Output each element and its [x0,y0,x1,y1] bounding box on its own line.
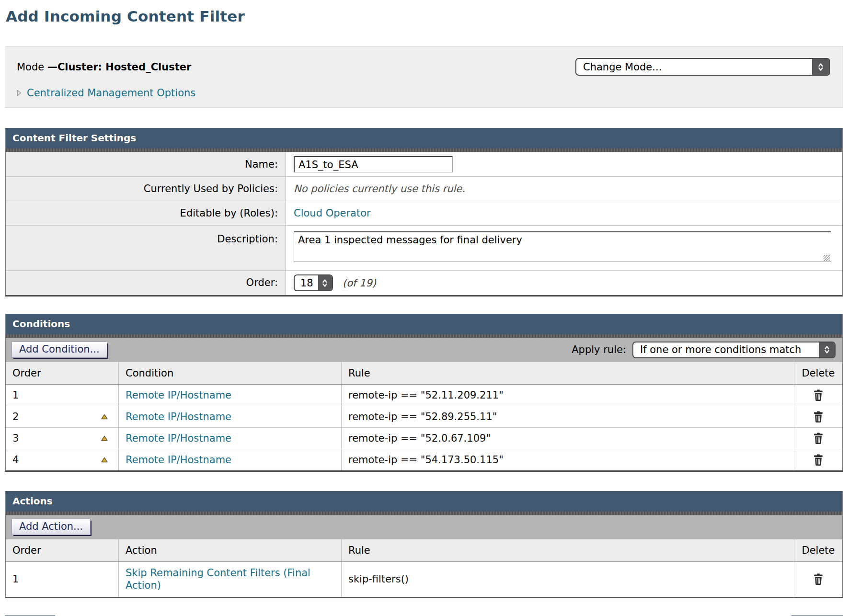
description-label: Description: [6,226,286,270]
disclosure-triangle-icon [17,90,22,96]
condition-rule-text: remote-ip == "52.11.209.211" [342,385,794,406]
actions-section-header: Actions [6,491,842,512]
action-row-order: 1 [6,562,119,597]
condition-row-order: 2 [6,406,119,428]
name-label: Name: [6,152,286,176]
condition-rule-text: remote-ip == "52.0.67.109" [342,428,794,449]
centralized-management-options-link[interactable]: Centralized Management Options [27,87,195,99]
order-total-text: (of 19) [343,277,376,289]
settings-row-name: Name: [6,152,842,176]
settings-row-editable: Editable by (Roles): Cloud Operator [6,201,842,225]
condition-rule-text: remote-ip == "54.173.50.115" [342,449,794,470]
texture-strip [6,334,842,338]
condition-order-number: 1 [12,389,19,401]
order-label: Order: [6,271,286,295]
trash-icon[interactable] [813,411,824,422]
trash-icon[interactable] [813,573,824,585]
apply-rule-label: Apply rule: [572,344,626,355]
updown-arrows-icon [318,275,332,290]
mode-panel: Mode —Cluster: Hosted_Cluster Change Mod… [5,46,843,108]
move-up-icon[interactable] [101,435,108,441]
conditions-toolbar: Add Condition... Apply rule: If one or m… [6,338,842,362]
trash-icon[interactable] [813,454,824,466]
condition-link[interactable]: Remote IP/Hostname [126,454,231,466]
action-order-number: 1 [12,573,19,585]
column-header-delete: Delete [794,539,842,562]
order-select[interactable]: 18 [294,274,333,291]
trash-icon[interactable] [813,389,824,401]
settings-row-policies: Currently Used by Policies: No policies … [6,176,842,201]
apply-rule-select[interactable]: If one or more conditions match [632,342,836,358]
column-header-order: Order [6,539,119,562]
policies-value: No policies currently use this rule. [294,183,465,194]
add-action-button[interactable]: Add Action... [11,519,91,535]
page-title: Add Incoming Content Filter [6,8,843,25]
condition-order-number: 2 [12,411,19,422]
page: Add Incoming Content Filter Mode —Cluste… [0,0,848,616]
condition-link[interactable]: Remote IP/Hostname [126,389,231,401]
policies-label: Currently Used by Policies: [6,177,286,201]
move-up-icon[interactable] [101,457,108,463]
settings-row-order: Order: 18 (of 19) [6,270,842,295]
condition-row-order: 4 [6,449,119,470]
actions-section: Actions Add Action... Order Action Rule … [5,491,843,598]
trash-icon[interactable] [813,433,824,444]
condition-order-number: 4 [12,454,19,466]
editable-label: Editable by (Roles): [6,201,286,225]
mode-label: Mode [17,61,47,73]
move-up-icon[interactable] [101,414,108,420]
column-header-order: Order [6,362,119,385]
column-header-rule: Rule [342,362,794,385]
updown-arrows-icon [819,342,835,357]
texture-strip [6,512,842,515]
conditions-section: Conditions Add Condition... Apply rule: … [5,314,843,472]
condition-link[interactable]: Remote IP/Hostname [126,411,231,422]
settings-section-header: Content Filter Settings [6,128,842,148]
change-mode-select[interactable]: Change Mode... [575,58,830,76]
condition-order-number: 3 [12,433,19,444]
conditions-table: Order Condition Rule Delete 1 Remote IP/… [6,362,842,470]
condition-row-order: 3 [6,428,119,449]
content-filter-settings-section: Content Filter Settings Name: Currently … [5,128,843,297]
editable-roles-link[interactable]: Cloud Operator [294,207,371,219]
column-header-rule: Rule [342,539,794,562]
condition-rule-text: remote-ip == "52.89.255.11" [342,406,794,428]
action-rule-text: skip-filters() [342,562,794,597]
apply-rule-select-value: If one or more conditions match [633,342,819,357]
column-header-action: Action [119,539,342,562]
updown-arrows-icon [812,59,829,75]
name-input[interactable] [294,156,453,172]
settings-row-description: Description: Area 1 inspected messages f… [6,225,842,270]
actions-table: Order Action Rule Delete 1 Skip Remainin… [6,539,842,597]
add-condition-button[interactable]: Add Condition... [11,342,107,358]
column-header-condition: Condition [119,362,342,385]
change-mode-select-value: Change Mode... [576,59,812,75]
actions-toolbar: Add Action... [6,515,842,539]
texture-strip [6,148,842,152]
description-textarea[interactable]: Area 1 inspected messages for final deli… [294,231,831,262]
mode-value: —Cluster: Hosted_Cluster [47,61,191,73]
conditions-section-header: Conditions [6,314,842,334]
action-link[interactable]: Skip Remaining Content Filters (Final Ac… [126,567,334,592]
condition-link[interactable]: Remote IP/Hostname [126,433,231,444]
order-select-value: 18 [295,275,318,290]
condition-row-order: 1 [6,385,119,406]
column-header-delete: Delete [794,362,842,385]
mode-text: Mode —Cluster: Hosted_Cluster [17,61,191,73]
